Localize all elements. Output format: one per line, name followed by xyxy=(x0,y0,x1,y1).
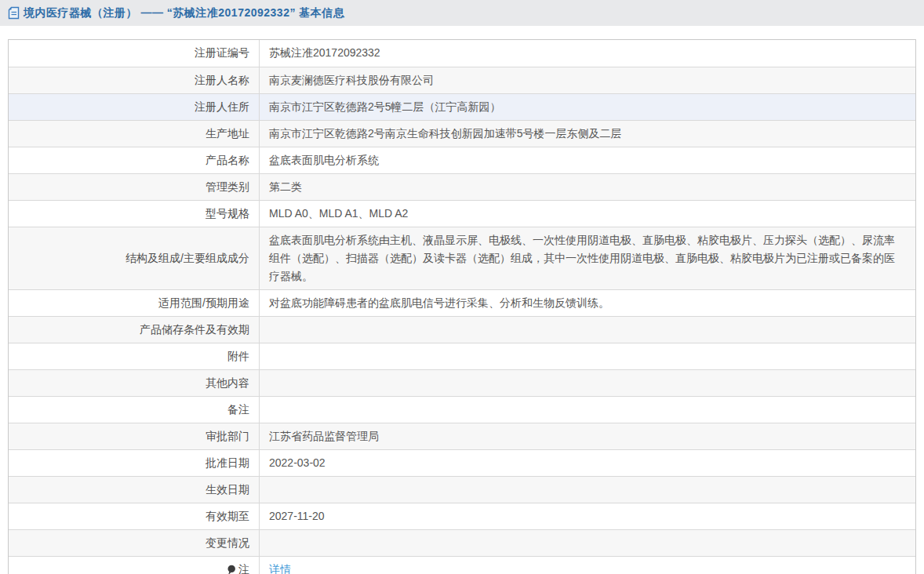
row-value-text: 对盆底功能障碍患者的盆底肌电信号进行采集、分析和生物反馈训练。 xyxy=(269,294,609,312)
row-label-text: 管理类别 xyxy=(206,178,249,196)
table-row: 审批部门江苏省药品监督管理局 xyxy=(9,423,915,449)
row-value: 对盆底功能障碍患者的盆底肌电信号进行采集、分析和生物反馈训练。 xyxy=(260,290,915,316)
table-row: 变更情况 xyxy=(9,529,915,556)
details-link[interactable]: 详情 xyxy=(269,561,291,574)
table-row: 有效期至2027-11-20 xyxy=(9,503,915,529)
table-row: 适用范围/预期用途对盆底功能障碍患者的盆底肌电信号进行采集、分析和生物反馈训练。 xyxy=(9,289,915,316)
row-value xyxy=(260,370,915,396)
row-label: 注册人名称 xyxy=(9,67,260,93)
row-label-text: 有效期至 xyxy=(206,507,249,525)
row-label: 生效日期 xyxy=(9,477,260,503)
row-value: 南京市江宁区乾德路2号5幢二层（江宁高新园） xyxy=(260,94,915,120)
row-value: MLD A0、MLD A1、MLD A2 xyxy=(260,201,915,227)
row-label: 生产地址 xyxy=(9,121,260,147)
row-label-text: 产品名称 xyxy=(206,151,249,169)
row-value-text: 第二类 xyxy=(269,178,302,196)
row-label: 注册证编号 xyxy=(9,40,260,67)
row-label: 产品储存条件及有效期 xyxy=(9,317,260,343)
row-value-text: 苏械注准20172092332 xyxy=(269,44,380,62)
row-value xyxy=(260,530,915,556)
row-value-text: MLD A0、MLD A1、MLD A2 xyxy=(269,205,408,223)
row-label-text: 注册证编号 xyxy=(195,44,249,62)
row-value: 苏械注准20172092332 xyxy=(260,40,915,67)
row-label: 结构及组成/主要组成成分 xyxy=(9,227,260,289)
table-row: 注册人名称南京麦澜德医疗科技股份有限公司 xyxy=(9,67,915,93)
table-row: 结构及组成/主要组成成分盆底表面肌电分析系统由主机、液晶显示屏、电极线、一次性使… xyxy=(9,227,915,289)
table-row: 注册人住所南京市江宁区乾德路2号5幢二层（江宁高新园） xyxy=(9,93,915,120)
row-value-text: 南京市江宁区乾德路2号南京生命科技创新园加速带5号楼一层东侧及二层 xyxy=(269,125,622,143)
row-label-text: 审批部门 xyxy=(206,427,249,445)
row-value: 南京麦澜德医疗科技股份有限公司 xyxy=(260,67,915,93)
table-row: 生效日期 xyxy=(9,476,915,503)
row-label-text: 结构及组成/主要组成成分 xyxy=(126,249,249,267)
row-label-text: 型号规格 xyxy=(206,205,249,223)
page-title: 境内医疗器械（注册） —— “苏械注准20172092332” 基本信息 xyxy=(24,6,344,20)
row-label-text: 产品储存条件及有效期 xyxy=(140,321,249,339)
row-label: 其他内容 xyxy=(9,370,260,396)
row-label: 注册人住所 xyxy=(9,94,260,120)
row-label-text: 注 xyxy=(238,561,249,574)
row-value-text: 2022-03-02 xyxy=(269,454,326,472)
row-value: 2027-11-20 xyxy=(260,503,915,529)
row-value-text: 盆底表面肌电分析系统 xyxy=(269,151,379,169)
row-label: 适用范围/预期用途 xyxy=(9,290,260,316)
info-table: 注册证编号苏械注准20172092332注册人名称南京麦澜德医疗科技股份有限公司… xyxy=(8,39,916,574)
row-label: 批准日期 xyxy=(9,450,260,476)
table-row: 生产地址南京市江宁区乾德路2号南京生命科技创新园加速带5号楼一层东侧及二层 xyxy=(9,120,915,147)
table-row: 批准日期2022-03-02 xyxy=(9,449,915,476)
row-label-text: 注册人名称 xyxy=(195,71,249,89)
row-value: 第二类 xyxy=(260,174,915,200)
table-row: 注册证编号苏械注准20172092332 xyxy=(9,40,915,67)
row-value-text: 江苏省药品监督管理局 xyxy=(269,427,379,445)
row-value: 江苏省药品监督管理局 xyxy=(260,423,915,449)
row-label-text: 备注 xyxy=(227,401,249,419)
row-label: 产品名称 xyxy=(9,147,260,173)
row-value xyxy=(260,477,915,503)
bulb-icon xyxy=(227,565,236,574)
row-value-text: 2027-11-20 xyxy=(269,507,325,525)
row-label: 变更情况 xyxy=(9,530,260,556)
row-label-text: 其他内容 xyxy=(206,374,249,392)
row-label-text: 批准日期 xyxy=(206,454,249,472)
table-row: 管理类别第二类 xyxy=(9,173,915,200)
document-icon xyxy=(8,6,20,20)
row-value-text: 盆底表面肌电分析系统由主机、液晶显示屏、电极线、一次性使用阴道电极、直肠电极、粘… xyxy=(269,231,904,285)
page-header: 境内医疗器械（注册） —— “苏械注准20172092332” 基本信息 xyxy=(0,0,924,26)
row-label-text: 变更情况 xyxy=(206,534,249,552)
row-label-text: 生效日期 xyxy=(206,481,249,499)
table-row: 附件 xyxy=(9,343,915,369)
row-value: 盆底表面肌电分析系统由主机、液晶显示屏、电极线、一次性使用阴道电极、直肠电极、粘… xyxy=(260,227,915,289)
row-label: 注 xyxy=(9,557,260,574)
table-row: 产品名称盆底表面肌电分析系统 xyxy=(9,147,915,173)
row-label: 备注 xyxy=(9,397,260,423)
row-label: 审批部门 xyxy=(9,423,260,449)
table-row: 型号规格MLD A0、MLD A1、MLD A2 xyxy=(9,200,915,227)
table-row: 备注 xyxy=(9,396,915,423)
row-value: 盆底表面肌电分析系统 xyxy=(260,147,915,173)
table-row: 其他内容 xyxy=(9,369,915,396)
row-label: 有效期至 xyxy=(9,503,260,529)
table-row: 注详情 xyxy=(9,556,915,574)
row-value-text: 南京市江宁区乾德路2号5幢二层（江宁高新园） xyxy=(269,98,501,116)
row-value xyxy=(260,317,915,343)
row-value xyxy=(260,397,915,423)
row-value: 详情 xyxy=(260,557,915,574)
row-label-text: 附件 xyxy=(227,347,249,365)
row-label-text: 生产地址 xyxy=(206,125,249,143)
row-value xyxy=(260,343,915,369)
row-label-text: 注册人住所 xyxy=(195,98,249,116)
row-label: 附件 xyxy=(9,343,260,369)
row-value-text: 南京麦澜德医疗科技股份有限公司 xyxy=(269,71,434,89)
row-label-text: 适用范围/预期用途 xyxy=(158,294,249,312)
table-row: 产品储存条件及有效期 xyxy=(9,316,915,343)
row-value: 2022-03-02 xyxy=(260,450,915,476)
row-label: 管理类别 xyxy=(9,174,260,200)
row-value: 南京市江宁区乾德路2号南京生命科技创新园加速带5号楼一层东侧及二层 xyxy=(260,121,915,147)
row-label: 型号规格 xyxy=(9,201,260,227)
